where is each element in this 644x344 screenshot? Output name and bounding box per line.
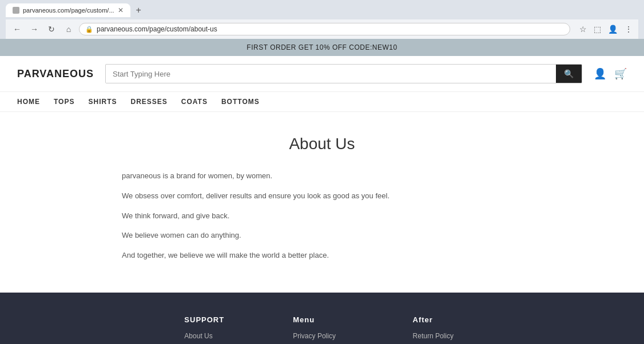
after-column-title: After	[413, 315, 460, 324]
cart-icon: 🛒	[614, 68, 627, 79]
about-paragraph-5: And together, we believe we will make th…	[122, 250, 522, 262]
footer-link-return[interactable]: Return Policy	[413, 332, 460, 340]
browser-controls: ← → ↻ ⌂ 🔒 parvaneous.com/page/custom/abo…	[6, 19, 638, 39]
new-tab-button[interactable]: +	[133, 4, 145, 17]
tab-close-button[interactable]: ✕	[118, 6, 124, 14]
search-button[interactable]: 🔍	[556, 65, 582, 83]
home-button[interactable]: ⌂	[62, 22, 75, 36]
cart-button[interactable]: 🛒	[614, 67, 627, 80]
account-button[interactable]: 👤	[594, 67, 606, 80]
menu-button[interactable]: ⋮	[623, 23, 634, 35]
announcement-bar: FIRST ORDER GET 10% OFF CODE:NEW10	[0, 39, 644, 56]
nav-item-bottoms[interactable]: BOTTOMS	[221, 98, 260, 106]
about-body: parvaneous is a brand for women, by wome…	[122, 170, 522, 262]
nav-item-dresses[interactable]: DRESSES	[130, 98, 167, 106]
back-button[interactable]: ←	[10, 22, 24, 36]
search-bar: 🔍	[105, 64, 582, 83]
profile-button[interactable]: 👤	[607, 23, 619, 35]
account-icon: 👤	[594, 68, 606, 79]
tab-favicon	[13, 7, 19, 14]
footer-columns: SUPPORT About Us Contact Us Menu Privacy…	[17, 315, 627, 344]
menu-column-title: Menu	[293, 315, 344, 324]
about-paragraph-4: We believe women can do anything.	[122, 230, 522, 242]
extensions-button[interactable]: ⬚	[593, 23, 602, 35]
bookmark-button[interactable]: ☆	[578, 23, 588, 35]
about-paragraph-2: We obsess over comfort, deliver results …	[122, 190, 522, 202]
page-title: About Us	[17, 135, 627, 153]
browser-actions: ☆ ⬚ 👤 ⋮	[578, 23, 634, 35]
nav-item-home[interactable]: HOME	[17, 98, 40, 106]
main-content: About Us parvaneous is a brand for women…	[0, 112, 644, 293]
tab-title: parvaneous.com/page/custom/...	[23, 7, 114, 14]
search-input[interactable]	[106, 65, 556, 83]
nav-item-tops[interactable]: TOPS	[54, 98, 74, 106]
header-icons: 👤 🛒	[594, 67, 627, 80]
footer-support-column: SUPPORT About Us Contact Us	[184, 315, 224, 344]
url-display: parvaneous.com/page/custom/about-us	[97, 25, 564, 33]
reload-button[interactable]: ↻	[45, 22, 58, 36]
support-column-title: SUPPORT	[184, 315, 224, 324]
footer-link-about[interactable]: About Us	[184, 332, 224, 340]
nav-item-shirts[interactable]: SHIRTS	[88, 98, 117, 106]
forward-button[interactable]: →	[27, 22, 41, 36]
search-icon: 🔍	[564, 69, 574, 78]
about-paragraph-3: We think forward, and give back.	[122, 210, 522, 222]
lock-icon: 🔒	[85, 26, 93, 33]
about-paragraph-1: parvaneous is a brand for women, by wome…	[122, 170, 522, 182]
site-navigation: HOME TOPS SHIRTS DRESSES COATS BOTTOMS	[0, 92, 644, 112]
footer-menu-column: Menu Privacy Policy Terms of Service	[293, 315, 344, 344]
browser-chrome: parvaneous.com/page/custom/... ✕ + ← → ↻…	[0, 0, 644, 39]
address-bar[interactable]: 🔒 parvaneous.com/page/custom/about-us	[79, 23, 570, 35]
browser-tabs: parvaneous.com/page/custom/... ✕ +	[6, 3, 638, 17]
active-tab[interactable]: parvaneous.com/page/custom/... ✕	[6, 3, 130, 17]
nav-item-coats[interactable]: COATS	[181, 98, 208, 106]
footer-after-column: After Return Policy Shipping Policy	[413, 315, 460, 344]
site-logo[interactable]: PARVANEOUS	[17, 68, 94, 80]
footer-link-privacy[interactable]: Privacy Policy	[293, 332, 344, 340]
site-header: PARVANEOUS 🔍 👤 🛒	[0, 56, 644, 92]
site-footer: SUPPORT About Us Contact Us Menu Privacy…	[0, 293, 644, 344]
announcement-text: FIRST ORDER GET 10% OFF CODE:NEW10	[247, 43, 397, 51]
